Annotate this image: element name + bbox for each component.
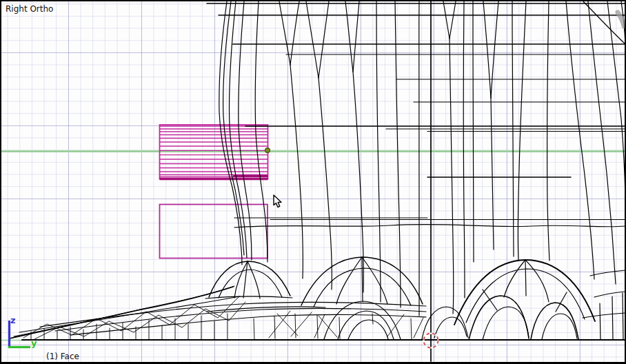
viewport-3d[interactable]: Right Ortho (1) Face z y bbox=[0, 0, 626, 364]
mouse-cursor-icon bbox=[274, 195, 281, 208]
viewport-canvas[interactable] bbox=[0, 0, 626, 364]
median-point bbox=[265, 148, 270, 153]
y-axis-line bbox=[1, 152, 625, 341]
selection-status-label: (1) Face bbox=[46, 352, 79, 361]
y-axis-label: y bbox=[31, 338, 37, 348]
wireframe-mesh[interactable] bbox=[10, 1, 625, 361]
z-axis-label: z bbox=[10, 315, 16, 325]
view-name-label: Right Ortho bbox=[6, 4, 53, 14]
